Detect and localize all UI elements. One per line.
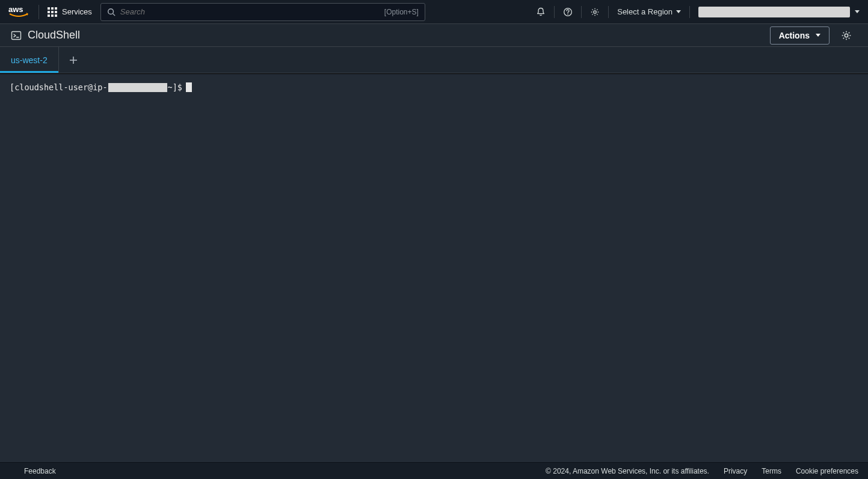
footer: Feedback © 2024, Amazon Web Services, In… — [0, 462, 868, 479]
tab-us-west-2[interactable]: us-west-2 — [0, 47, 59, 73]
prompt-prefix: [cloudshell-user@ip- — [10, 82, 108, 92]
global-settings-button[interactable] — [582, 0, 608, 24]
tab-label: us-west-2 — [11, 55, 48, 65]
services-label: Services — [62, 7, 92, 16]
terms-link[interactable]: Terms — [762, 467, 781, 475]
help-icon — [563, 7, 573, 17]
privacy-link[interactable]: Privacy — [724, 467, 747, 475]
terminal-cursor — [186, 82, 192, 92]
svg-text:aws: aws — [8, 5, 23, 14]
bell-icon — [536, 7, 546, 17]
svg-line-2 — [112, 13, 115, 16]
region-selector[interactable]: Select a Region — [609, 0, 689, 24]
service-header: CloudShell Actions — [0, 24, 868, 47]
terminal[interactable]: [cloudshell-user@ip- ~]$ — [0, 73, 868, 462]
search-icon — [107, 8, 115, 16]
plus-icon — [69, 56, 78, 64]
feedback-link[interactable]: Feedback — [24, 467, 56, 475]
cloudshell-icon — [11, 30, 22, 41]
page-title: CloudShell — [28, 29, 80, 42]
cookie-preferences-link[interactable]: Cookie preferences — [796, 467, 858, 475]
actions-label: Actions — [779, 31, 810, 40]
copyright-text: © 2024, Amazon Web Services, Inc. or its… — [546, 467, 709, 475]
svg-rect-6 — [12, 31, 21, 39]
account-menu[interactable] — [690, 7, 860, 17]
cloudshell-settings-button[interactable] — [836, 30, 857, 41]
search-input[interactable] — [120, 7, 380, 16]
help-button[interactable] — [555, 0, 581, 24]
aws-logo-icon: aws — [8, 5, 29, 18]
chevron-down-icon — [855, 10, 860, 13]
search-shortcut-hint: [Option+S] — [384, 8, 419, 16]
add-tab-button[interactable] — [59, 47, 88, 73]
svg-point-8 — [845, 34, 848, 37]
chevron-down-icon — [676, 10, 681, 13]
gear-icon — [590, 7, 600, 17]
svg-point-4 — [567, 13, 568, 14]
chevron-down-icon — [816, 34, 820, 37]
terminal-prompt-line: [cloudshell-user@ip- ~]$ — [10, 82, 858, 92]
services-menu[interactable]: Services — [39, 7, 100, 17]
region-label: Select a Region — [617, 7, 673, 16]
account-redacted — [698, 7, 850, 17]
svg-point-1 — [108, 8, 114, 14]
ip-redacted — [108, 83, 167, 92]
grid-icon — [48, 7, 57, 17]
actions-button[interactable]: Actions — [770, 26, 830, 45]
notifications-button[interactable] — [528, 0, 554, 24]
gear-icon — [841, 30, 852, 41]
svg-point-5 — [594, 10, 596, 13]
tabs-bar: us-west-2 — [0, 47, 868, 73]
aws-logo[interactable]: aws — [8, 5, 39, 19]
global-nav: aws Services [Option+S] — [0, 0, 868, 24]
global-search[interactable]: [Option+S] — [100, 3, 425, 21]
prompt-suffix: ~]$ — [168, 82, 182, 92]
